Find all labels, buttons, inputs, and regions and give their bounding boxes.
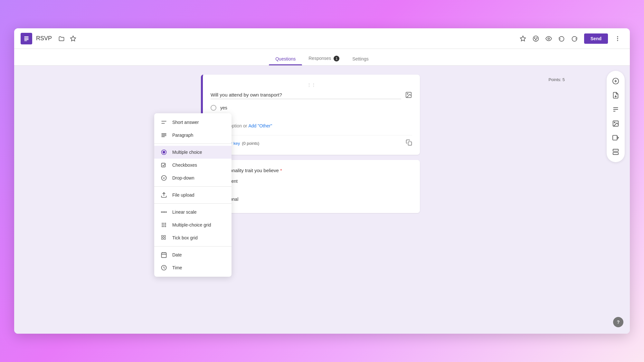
divider-2 [154,186,232,187]
svg-point-50 [163,226,164,227]
svg-point-13 [617,40,618,41]
option-row-2-angry: Angry [209,187,412,193]
option-row-1-no: no [211,114,412,120]
svg-marker-5 [520,36,526,41]
app-window: RSVP [14,28,630,334]
svg-point-46 [162,224,163,225]
svg-point-7 [534,38,535,39]
divider-4 [154,246,232,246]
date-icon [161,252,167,258]
dropdown-item-short-answer[interactable]: Short answer [154,116,232,129]
question-row-1 [211,91,412,100]
tab-responses[interactable]: Responses 1 [302,56,346,65]
title-button[interactable] [609,103,622,116]
palette-icon[interactable] [530,33,542,44]
short-answer-icon [161,119,167,125]
dropdown-item-tick-box-grid[interactable]: Tick box grid [154,231,232,244]
svg-rect-25 [613,149,619,151]
question-card-1: ⋮⋮ yes [201,75,420,155]
dropdown-item-time[interactable]: Time [154,261,232,274]
svg-point-49 [162,226,163,227]
svg-marker-24 [617,136,619,139]
option-row-2-emotional: Emotional [209,196,412,202]
svg-point-10 [548,38,549,39]
svg-rect-1 [24,38,28,39]
svg-point-36 [162,176,166,181]
section-button[interactable] [609,145,622,158]
svg-rect-0 [24,36,28,37]
svg-rect-54 [162,238,163,239]
svg-point-39 [161,211,162,212]
checkboxes-icon [161,162,167,168]
star-icon[interactable] [67,33,79,44]
linear-scale-icon [161,209,167,215]
time-icon [161,265,167,271]
question-type-dropdown: Short answer Paragraph [154,113,232,277]
multiple-choice-icon [161,149,167,155]
question-input-1[interactable] [211,92,401,99]
tab-settings[interactable]: Settings [346,56,375,65]
import-question-button[interactable] [609,89,622,102]
svg-point-9 [535,39,536,40]
multiple-choice-grid-icon [161,222,167,228]
dropdown-item-paragraph[interactable]: Paragraph [154,129,232,142]
svg-point-43 [162,223,163,224]
svg-rect-56 [162,253,166,257]
tick-box-grid-icon [161,235,167,241]
add-option-row: Add option or Add "Other" [211,123,412,129]
svg-rect-55 [164,238,166,239]
svg-rect-23 [613,135,617,140]
svg-rect-2 [24,39,28,40]
add-question-button[interactable] [609,75,622,88]
svg-point-11 [617,36,618,37]
svg-point-15 [407,93,408,94]
more-options-icon[interactable] [612,33,623,44]
right-sidebar [607,71,625,162]
svg-point-47 [163,224,164,225]
dropdown-icon [161,175,167,181]
folder-icon[interactable] [56,33,67,44]
svg-point-40 [163,211,164,212]
svg-point-45 [165,223,166,224]
preview-icon[interactable] [543,33,554,44]
required-star: * [280,168,282,173]
svg-point-41 [164,211,165,212]
svg-point-44 [163,223,164,224]
app-title: RSVP [36,35,52,42]
divider-3 [154,203,232,204]
addon-icon[interactable] [517,33,529,44]
undo-icon[interactable] [556,33,567,44]
help-button[interactable]: ? [613,317,623,327]
video-button[interactable] [609,131,622,144]
drag-handle-1: ⋮⋮ [211,82,412,88]
svg-rect-35 [162,163,166,167]
question-row-2: Your Personality trait you believe* [209,168,412,173]
svg-point-22 [614,122,615,123]
svg-point-48 [165,224,166,225]
paragraph-icon [161,132,167,138]
dropdown-item-checkboxes[interactable]: Checkboxes [154,159,232,172]
image-button[interactable] [609,117,622,130]
svg-rect-26 [613,153,619,154]
dropdown-item-date[interactable]: Date [154,248,232,261]
svg-point-51 [165,226,166,227]
radio-yes[interactable] [211,105,216,111]
dropdown-item-file-upload[interactable]: File upload [154,189,232,201]
dropdown-item-multiple-choice[interactable]: Multiple choice [154,146,232,159]
dropdown-item-linear-scale[interactable]: Linear scale [154,206,232,218]
file-upload-icon [161,192,167,198]
copy-icon-1[interactable] [406,139,412,147]
svg-rect-3 [24,40,27,41]
svg-rect-52 [162,236,163,237]
top-bar: RSVP [14,28,630,49]
card-footer-1: Answer key (0 points) [211,135,412,147]
add-other-label[interactable]: Add "Other" [248,123,272,128]
send-button[interactable]: Send [584,33,608,44]
app-icon [21,33,32,44]
points-indicator: Points: 5 [548,77,565,82]
tab-questions[interactable]: Questions [269,56,302,65]
redo-icon[interactable] [569,33,580,44]
dropdown-item-dropdown[interactable]: Drop-down [154,172,232,184]
image-icon-1[interactable] [405,91,412,100]
dropdown-item-multiple-choice-grid[interactable]: Multiple-choice grid [154,218,232,231]
